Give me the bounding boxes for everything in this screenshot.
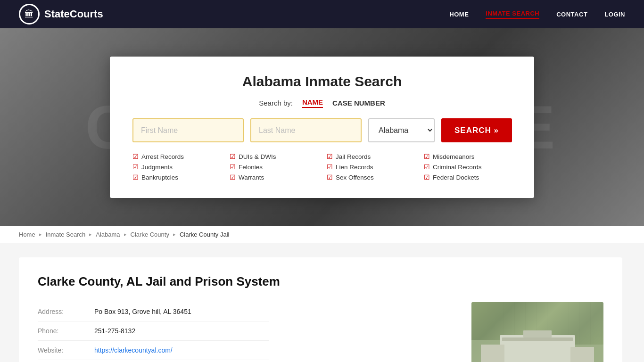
phone-value: 251-275-8132	[94, 321, 269, 341]
svg-rect-4	[502, 337, 573, 341]
jail-image-svg	[471, 302, 603, 362]
check-icon-bankruptcies: ☑	[132, 173, 139, 181]
check-icon-felonies: ☑	[230, 163, 236, 171]
check-federal-dockets: ☑ Federal Dockets	[424, 173, 512, 181]
info-section: Address: Po Box 913, Grove hill, AL 3645…	[38, 302, 457, 362]
check-label-warrants: Warrants	[239, 174, 264, 181]
website-row: Website: https://clarkecountyal.com/	[38, 341, 269, 360]
svg-rect-3	[570, 347, 594, 362]
check-label-judgments: Judgments	[141, 164, 173, 171]
search-button[interactable]: SEARCH »	[441, 118, 512, 142]
check-icon-sex-offenses: ☑	[327, 173, 333, 181]
checklist: ☑ Arrest Records ☑ DUIs & DWIs ☑ Jail Re…	[132, 153, 512, 181]
last-name-input[interactable]	[250, 118, 362, 142]
site-header: 🏛 StateCourts HOME INMATE SEARCH CONTACT…	[0, 0, 644, 28]
hero-section: COURTHOUSE Alabama Inmate Search Search …	[0, 28, 644, 226]
search-by-row: Search by: NAME CASE NUMBER	[132, 98, 512, 108]
facebook-label: Facebook:	[38, 360, 94, 362]
content-area: Clarke County, AL Jail and Prison System…	[0, 243, 644, 362]
modal-title: Alabama Inmate Search	[132, 74, 512, 90]
check-icon-criminal: ☑	[424, 163, 430, 171]
check-judgments: ☑ Judgments	[132, 163, 220, 171]
breadcrumb-sep-1: ▸	[39, 231, 42, 238]
check-icon-duis: ☑	[230, 153, 236, 160]
search-by-label: Search by:	[259, 99, 293, 107]
card-title: Clarke County, AL Jail and Prison System	[38, 274, 603, 289]
check-icon-federal: ☑	[424, 173, 430, 181]
check-bankruptcies: ☑ Bankruptcies	[132, 173, 220, 181]
check-icon-jail: ☑	[327, 153, 333, 160]
check-criminal-records: ☑ Criminal Records	[424, 163, 512, 171]
check-label-felonies: Felonies	[239, 164, 263, 171]
check-icon-lien: ☑	[327, 163, 333, 171]
address-row: Address: Po Box 913, Grove hill, AL 3645…	[38, 302, 269, 321]
address-value: Po Box 913, Grove hill, AL 36451	[94, 302, 269, 321]
check-label-criminal: Criminal Records	[433, 164, 482, 171]
check-icon-warrants: ☑	[230, 173, 236, 181]
check-icon-arrest: ☑	[132, 153, 139, 160]
svg-rect-2	[481, 345, 504, 362]
content-card: Clarke County, AL Jail and Prison System…	[19, 257, 622, 362]
website-label: Website:	[38, 341, 94, 360]
check-label-duis: DUIs & DWIs	[239, 153, 276, 160]
check-lien-records: ☑ Lien Records	[327, 163, 414, 171]
check-icon-judgments: ☑	[132, 163, 139, 171]
state-select[interactable]: Alabama Alaska Arizona Arkansas Californ…	[368, 118, 435, 142]
breadcrumb-current: Clarke County Jail	[180, 231, 230, 238]
check-arrest-records: ☑ Arrest Records	[132, 153, 220, 160]
breadcrumb-alabama[interactable]: Alabama	[96, 231, 120, 238]
check-label-misdemeanors: Misdemeanors	[433, 153, 475, 160]
phone-row: Phone: 251-275-8132	[38, 321, 269, 341]
breadcrumb-inmate-search[interactable]: Inmate Search	[46, 231, 86, 238]
check-label-jail: Jail Records	[336, 153, 371, 160]
nav-contact[interactable]: CONTACT	[556, 11, 587, 18]
search-inputs-row: Alabama Alaska Arizona Arkansas Californ…	[132, 118, 512, 142]
tab-name[interactable]: NAME	[302, 98, 323, 108]
logo-icon: 🏛	[19, 4, 40, 25]
address-label: Address:	[38, 302, 94, 321]
logo-area[interactable]: 🏛 StateCourts	[19, 4, 103, 25]
tab-case-number[interactable]: CASE NUMBER	[332, 99, 385, 107]
main-nav: HOME INMATE SEARCH CONTACT LOGIN	[449, 10, 625, 19]
svg-rect-7	[523, 330, 552, 337]
breadcrumb-sep-2: ▸	[89, 231, 92, 238]
check-label-federal: Federal Dockets	[433, 174, 479, 181]
check-warrants: ☑ Warrants	[230, 173, 317, 181]
info-table: Address: Po Box 913, Grove hill, AL 3645…	[38, 302, 269, 362]
breadcrumb-sep-4: ▸	[173, 231, 176, 238]
nav-home[interactable]: HOME	[449, 11, 469, 18]
check-felonies: ☑ Felonies	[230, 163, 317, 171]
check-label-arrest: Arrest Records	[141, 153, 184, 160]
phone-label: Phone:	[38, 321, 94, 341]
breadcrumb: Home ▸ Inmate Search ▸ Alabama ▸ Clarke …	[0, 226, 644, 243]
check-label-lien: Lien Records	[336, 164, 373, 171]
breadcrumb-sep-3: ▸	[124, 231, 127, 238]
jail-image	[471, 302, 603, 362]
website-link[interactable]: https://clarkecountyal.com/	[94, 346, 173, 354]
first-name-input[interactable]	[132, 118, 244, 142]
check-icon-misdemeanors: ☑	[424, 153, 430, 160]
check-sex-offenses: ☑ Sex Offenses	[327, 173, 414, 181]
breadcrumb-clarke-county[interactable]: Clarke County	[131, 231, 169, 238]
facebook-row: Facebook: https://www.facebook.com/pages…	[38, 360, 269, 362]
breadcrumb-home[interactable]: Home	[19, 231, 35, 238]
check-label-sex-offenses: Sex Offenses	[336, 174, 374, 181]
content-with-image: Address: Po Box 913, Grove hill, AL 3645…	[38, 302, 603, 362]
facebook-value: https://www.facebook.com/pages/Clarke-co…	[94, 360, 269, 362]
check-label-bankruptcies: Bankruptcies	[141, 174, 178, 181]
nav-inmate-search[interactable]: INMATE SEARCH	[486, 10, 539, 19]
website-value: https://clarkecountyal.com/	[94, 341, 269, 360]
logo-text: StateCourts	[44, 8, 103, 20]
check-misdemeanors: ☑ Misdemeanors	[424, 153, 512, 160]
nav-login[interactable]: LOGIN	[604, 11, 625, 18]
check-duis-dwis: ☑ DUIs & DWIs	[230, 153, 317, 160]
search-modal: Alabama Inmate Search Search by: NAME CA…	[110, 57, 534, 198]
check-jail-records: ☑ Jail Records	[327, 153, 414, 160]
